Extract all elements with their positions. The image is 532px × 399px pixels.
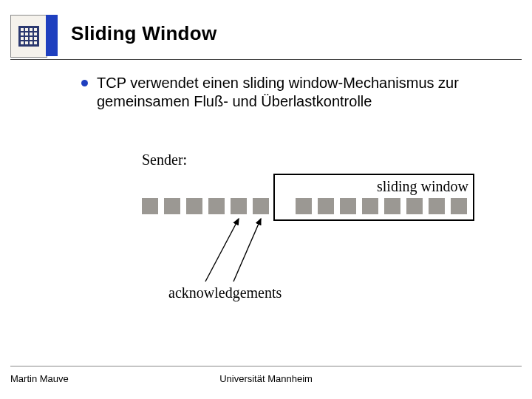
title-accent-bar bbox=[46, 15, 58, 56]
slide: Sliding Window TCP verwendet einen slidi… bbox=[0, 0, 532, 399]
packet bbox=[384, 198, 400, 214]
packet bbox=[429, 198, 445, 214]
university-logo bbox=[10, 15, 47, 58]
packet bbox=[296, 198, 312, 214]
packet-gap bbox=[275, 198, 290, 214]
bullet-icon bbox=[81, 80, 88, 86]
packet bbox=[362, 198, 378, 214]
packet bbox=[164, 198, 180, 214]
packet bbox=[208, 198, 225, 214]
bullet-item: TCP verwendet einen sliding window-Mecha… bbox=[81, 74, 502, 111]
packet bbox=[406, 198, 423, 214]
ack-label: acknowledgements bbox=[168, 284, 282, 301]
packet bbox=[253, 198, 269, 214]
packet-row bbox=[142, 198, 467, 214]
logo-glyph bbox=[18, 26, 39, 47]
packet bbox=[340, 198, 356, 214]
sender-label: Sender: bbox=[142, 151, 187, 168]
packet bbox=[186, 198, 202, 214]
footer-affiliation: Universität Mannheim bbox=[0, 373, 532, 384]
sliding-window-caption: sliding window bbox=[377, 178, 468, 195]
page-title: Sliding Window bbox=[71, 22, 217, 45]
packet bbox=[142, 198, 158, 214]
packet bbox=[231, 198, 247, 214]
footer-divider bbox=[10, 366, 522, 366]
bullet-text: TCP verwendet einen sliding window-Mecha… bbox=[97, 74, 502, 111]
svg-line-1 bbox=[233, 219, 261, 282]
title-divider bbox=[10, 59, 522, 60]
packet bbox=[451, 198, 467, 214]
sliding-window-diagram: Sender: sliding window bbox=[0, 151, 532, 307]
packet bbox=[318, 198, 334, 214]
svg-line-0 bbox=[205, 219, 239, 282]
